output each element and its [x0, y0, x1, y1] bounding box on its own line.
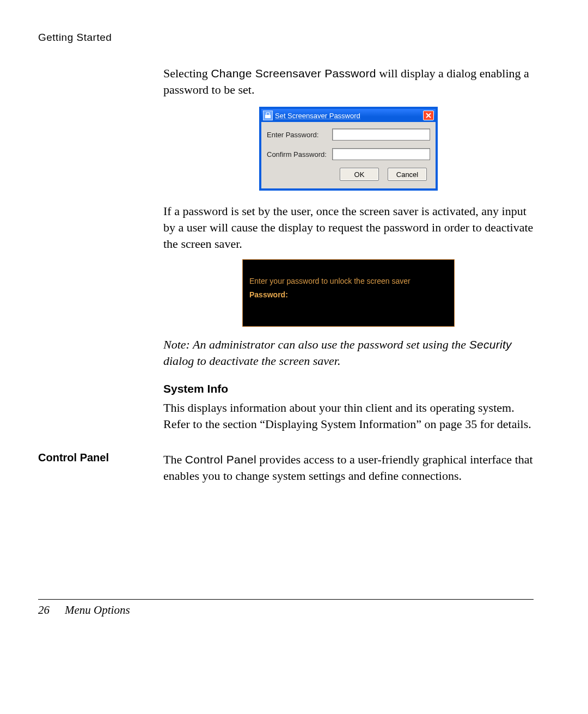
enter-password-input[interactable]: [332, 129, 430, 141]
cancel-button[interactable]: Cancel: [388, 168, 427, 181]
close-icon[interactable]: [423, 111, 434, 120]
side-heading-control-panel: Control Panel: [38, 451, 163, 489]
paragraph-intro: Selecting Change Screensaver Password wi…: [163, 65, 534, 97]
paragraph-control-panel: The Control Panel provides access to a u…: [163, 451, 534, 484]
dialog-set-password: Set Screensaver Password Enter Password:…: [260, 107, 437, 190]
ui-term: Security: [469, 338, 512, 351]
svg-rect-0: [265, 115, 271, 118]
lock-password-label: Password:: [249, 290, 448, 300]
ok-button[interactable]: OK: [340, 168, 379, 181]
text-run: The: [163, 453, 185, 466]
lock-instruction: Enter your password to unlock the screen…: [249, 276, 448, 286]
dialog-titlebar: Set Screensaver Password: [261, 109, 436, 122]
footer-rule: [38, 599, 534, 600]
footer-section: Menu Options: [65, 603, 130, 617]
confirm-password-input[interactable]: [332, 148, 430, 160]
text-run: Selecting: [163, 66, 211, 80]
paragraph-behavior: If a password is set by the user, once t…: [163, 203, 534, 252]
page-number: 26: [38, 603, 50, 617]
heading-system-info: System Info: [163, 381, 534, 396]
text-run: dialog to deactivate the screen saver.: [163, 354, 340, 368]
ui-term: Control Panel: [185, 453, 256, 466]
dialog-title: Set Screensaver Password: [275, 111, 423, 121]
confirm-password-label: Confirm Password:: [267, 150, 332, 160]
page-footer: 26Menu Options: [38, 603, 130, 617]
enter-password-label: Enter Password:: [267, 130, 332, 140]
text-run: Note: An administrator can also use the …: [163, 338, 469, 351]
lock-screen-preview: Enter your password to unlock the screen…: [242, 259, 455, 327]
app-icon: [263, 111, 273, 120]
page-header: Getting Started: [38, 32, 534, 44]
paragraph-system-info: This displays information about your thi…: [163, 400, 534, 432]
note-text: Note: An administrator can also use the …: [163, 337, 534, 369]
ui-term: Change Screensaver Password: [211, 67, 376, 80]
